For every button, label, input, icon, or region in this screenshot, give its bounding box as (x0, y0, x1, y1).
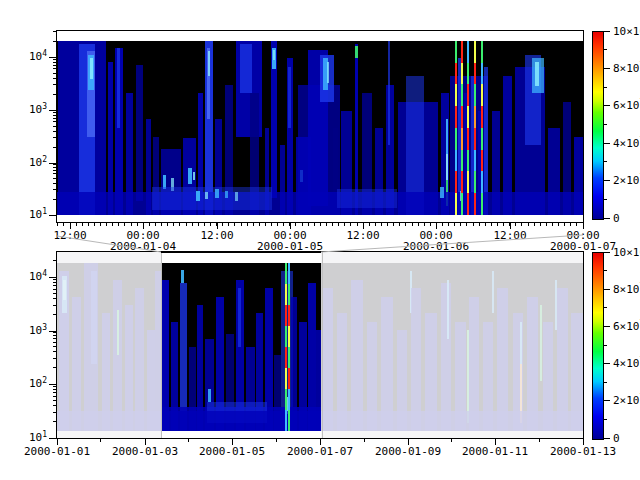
colorbar-tick-label: 10×107 (613, 26, 640, 38)
spectrogram-streak (240, 44, 252, 93)
spectrogram-streak (535, 62, 539, 86)
y-minor-tick (53, 178, 57, 179)
x-minor-tick (106, 222, 107, 226)
spectrogram-streak (355, 46, 358, 58)
x-minor-tick (491, 222, 492, 226)
x-tick-label: 2000-01-03 (112, 446, 178, 457)
y-minor-tick (53, 405, 57, 406)
y-minor-tick (53, 396, 57, 397)
y-major-tick (49, 438, 57, 439)
spectrogram-plot-window: 12:0000:002000-01-0412:0000:002000-01-05… (0, 0, 640, 480)
y-tick-label: 104 (23, 271, 47, 283)
y-minor-tick (53, 131, 57, 132)
x-minor-tick (363, 222, 364, 226)
y-tick-label: 102 (23, 157, 47, 169)
y-minor-tick (53, 392, 57, 393)
spectrogram-streak (205, 192, 208, 199)
x-minor-tick (228, 222, 229, 226)
y-major-tick (49, 277, 57, 278)
x-tick-label: 2000-01-11 (462, 446, 528, 457)
colorbar-tick-label: 8×107 (613, 284, 640, 296)
x-minor-tick (558, 222, 559, 226)
x-minor-tick (320, 222, 321, 226)
colorbar-major-tick (604, 289, 610, 290)
x-minor-tick (503, 222, 504, 226)
y-minor-tick (53, 121, 57, 122)
x-minor-tick (289, 222, 290, 226)
y-minor-tick (53, 183, 57, 184)
spectrogram-streak (152, 187, 272, 210)
x-minor-tick (143, 222, 144, 226)
spectrogram-streak (215, 189, 219, 198)
x-minor-tick (418, 222, 419, 226)
y-minor-tick (53, 68, 57, 69)
y-minor-tick (53, 358, 57, 359)
x-minor-tick (534, 222, 535, 226)
x-minor-tick (149, 222, 150, 226)
x-minor-tick (485, 222, 486, 226)
x-minor-tick (277, 222, 278, 226)
y-tick-label: 101 (23, 432, 47, 444)
x-minor-tick (546, 222, 547, 226)
colorbar-major-tick (604, 363, 610, 364)
x-minor-tick (497, 222, 498, 226)
x-minor-tick (308, 222, 309, 226)
colorbar-tick-label: 6×107 (613, 321, 640, 333)
x-minor-tick (276, 438, 277, 442)
spectrogram-streak (446, 119, 448, 154)
x-minor-tick (253, 222, 254, 226)
zoomed-spectrogram-panel: 12:0000:002000-01-0412:0000:002000-01-05… (57, 31, 583, 222)
colorbar-minor-tick (604, 49, 607, 50)
x-minor-tick (448, 222, 449, 226)
x-minor-tick (70, 222, 71, 226)
y-minor-tick (53, 147, 57, 148)
x-minor-tick (364, 438, 365, 442)
x-date-label: 2000-01-04 (110, 241, 176, 252)
x-minor-tick (94, 222, 95, 226)
colorbar-minor-tick (604, 124, 607, 125)
y-minor-tick (53, 293, 57, 294)
x-minor-tick (76, 222, 77, 226)
x-major-tick (320, 438, 321, 445)
y-minor-tick (53, 167, 57, 168)
x-major-tick (57, 438, 58, 445)
x-minor-tick (393, 222, 394, 226)
spectrogram-streak (446, 154, 448, 180)
x-tick-label: 2000-01-09 (375, 446, 441, 457)
x-minor-tick (210, 222, 211, 226)
x-minor-tick (179, 222, 180, 226)
y-minor-tick (53, 351, 57, 352)
colorbar-major-tick (604, 218, 610, 219)
y-tick-label: 104 (23, 51, 47, 63)
x-minor-tick (131, 222, 132, 226)
intense-burst-line (455, 41, 457, 215)
y-minor-tick (53, 279, 57, 280)
x-date-label: 2000-01-05 (257, 241, 323, 252)
intense-burst-line (461, 41, 463, 215)
spectrogram-streak (90, 58, 93, 79)
x-minor-tick (528, 222, 529, 226)
intense-burst-line (467, 41, 469, 215)
y-minor-tick (53, 289, 57, 290)
intense-burst-line (481, 41, 483, 215)
x-major-tick (145, 438, 146, 445)
x-major-tick (495, 438, 496, 445)
x-major-tick (583, 222, 584, 229)
x-minor-tick (198, 222, 199, 226)
colorbar-gradient (592, 252, 604, 440)
time-selection-box[interactable] (161, 252, 323, 438)
y-minor-tick (53, 260, 57, 261)
spectrogram-streak (193, 172, 195, 181)
y-tick-label: 103 (23, 325, 47, 337)
x-minor-tick (283, 222, 284, 226)
x-minor-tick (271, 222, 272, 226)
spectrogram-streak (196, 191, 200, 201)
x-minor-tick (295, 222, 296, 226)
colorbar-minor-tick (604, 419, 607, 420)
x-minor-tick (442, 222, 443, 226)
x-minor-tick (188, 438, 189, 442)
x-minor-tick (509, 222, 510, 226)
colorbar-major-tick (604, 180, 610, 181)
y-minor-tick (53, 342, 57, 343)
spectrogram-streak (440, 187, 444, 197)
